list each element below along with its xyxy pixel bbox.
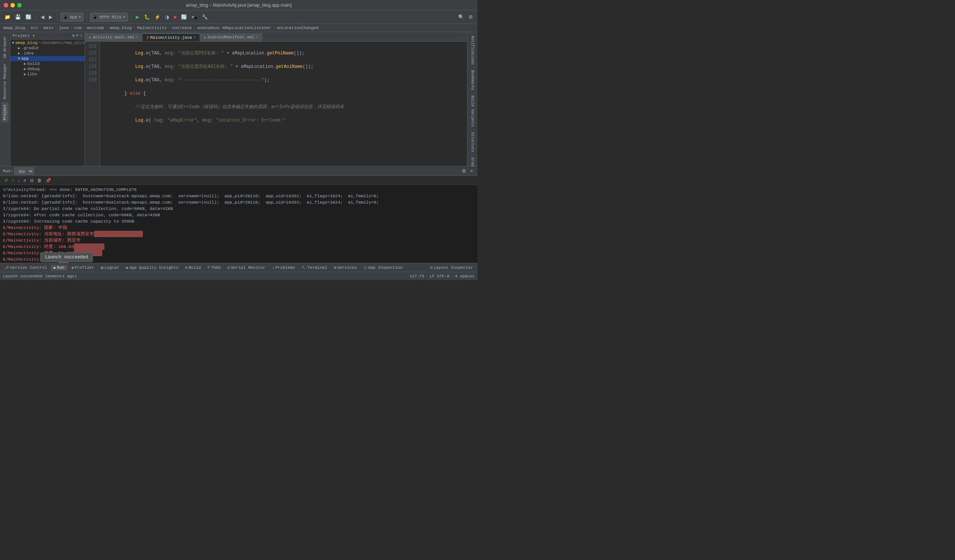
profile-btn[interactable]: ◑ [163, 13, 171, 20]
breadcrumb-weicomp[interactable]: weicomp [87, 26, 104, 30]
bookmarks-tab[interactable]: Bookmarks [469, 68, 476, 92]
breadcrumb-onloc[interactable]: onLocationChanged [277, 26, 319, 30]
breadcrumb-main[interactable]: main [43, 26, 53, 30]
sync2-btn[interactable]: 🔄 [179, 13, 188, 20]
tree-settings[interactable]: ⚙ [72, 33, 75, 38]
problems-icon: ⚠ [272, 265, 274, 270]
tab-app-inspection[interactable]: ⬡ App Inspection [361, 265, 405, 271]
breadcrumb-src[interactable]: src [31, 26, 38, 30]
breadcrumb-anon[interactable]: anonymous AMapLocationListener [197, 26, 271, 30]
tab-build[interactable]: ⚙ Build [182, 265, 204, 271]
filter-btn[interactable]: ⊟ [29, 178, 35, 183]
breadcrumb-com[interactable]: com [74, 26, 81, 30]
tab-services[interactable]: ⊞ Services [331, 265, 360, 271]
quality-icon: ◆ [126, 265, 128, 270]
close-tab-manifest[interactable]: × [256, 36, 258, 39]
project-label: Project ▾ [13, 33, 35, 38]
tab-activity-main[interactable]: ✦ activity_main.xml × [85, 33, 142, 41]
back-btn[interactable]: ◀ [39, 13, 46, 20]
folder-icon: ▶ [12, 67, 26, 71]
right-sidebar: Notifications Bookmarks Build Variants S… [467, 32, 478, 166]
tree-debug[interactable]: ▶ debug [11, 66, 85, 72]
clear-btn[interactable]: 🗑 [36, 178, 43, 183]
tree-idea[interactable]: ▶ .idea [11, 51, 85, 56]
folder-icon: ▶ [12, 61, 26, 66]
tab-version-control[interactable]: ⎇ Version Control [2, 265, 50, 271]
title-bar: amap_blog – MainActivity.java [amap_blog… [0, 0, 478, 11]
run-app-dropdown[interactable]: app [14, 167, 34, 175]
breadcrumb-blog[interactable]: amap_blog [110, 26, 132, 30]
project-tab[interactable]: Project [2, 102, 9, 122]
log-output[interactable]: V/ActivityThread: <<< done: ENTER_ANIMAT… [0, 185, 478, 263]
editor-menu[interactable]: ⋮ [460, 36, 464, 41]
pin-btn[interactable]: 📌 [44, 178, 52, 183]
tree-app[interactable]: ▼ app [11, 56, 85, 61]
build-label: build [27, 61, 39, 66]
close-button[interactable] [4, 3, 8, 8]
wrap-btn[interactable]: ≡ [22, 178, 27, 183]
search-btn[interactable]: 🔍 [457, 13, 465, 20]
breadcrumb-oncreate[interactable]: onCreate [172, 26, 192, 30]
code-content[interactable]: Log.e(TAG, msg: "当前位置POI名称: " + aMapLoca… [100, 42, 467, 166]
serial-icon: ⊡ [227, 265, 230, 270]
tab-app-quality[interactable]: ◆ App Quality Insights [123, 265, 181, 271]
minimize-button[interactable] [11, 3, 15, 8]
close-tab-xml[interactable]: × [136, 36, 138, 39]
tab-mainactivity[interactable]: J MainActivity.java × [142, 33, 200, 41]
debug-btn[interactable]: 🐛 [142, 13, 152, 20]
tree-build[interactable]: ▶ build [11, 61, 85, 66]
forward-btn[interactable]: ▶ [47, 13, 54, 20]
notifications-tab[interactable]: Notifications [469, 34, 476, 67]
save-btn[interactable]: 💾 [13, 13, 22, 20]
structure-tab[interactable]: Structure [469, 130, 476, 154]
build-variants-tab[interactable]: Build Variants [469, 93, 476, 129]
app-dropdown[interactable]: 📱 app ▾ [60, 12, 83, 22]
tab-todo[interactable]: ≡ TODO [204, 265, 224, 271]
open-folder-btn[interactable]: 📁 [3, 13, 12, 20]
resource-manager-tab[interactable]: Resource Manager [2, 61, 9, 101]
maximize-button[interactable] [17, 3, 22, 8]
app-icon: 📱 [63, 14, 68, 19]
device-arrow: ▾ [123, 14, 126, 19]
bottom-panel: Run: app ⚙ × ↺ ↑ ↓ ≡ ⊟ 🗑 📌 V/ActivityThr… [0, 166, 478, 263]
breadcrumb-activity[interactable]: MainActivity [137, 26, 167, 30]
breadcrumb-java[interactable]: java [59, 26, 68, 30]
tab-run[interactable]: ▶ Run [51, 265, 67, 271]
tree-header: Project ▾ ⚙ ≡ ↕ [11, 32, 85, 39]
scroll-down-btn[interactable]: ↓ [16, 178, 21, 183]
attach-btn[interactable]: ⚡ [153, 13, 162, 20]
settings-btn[interactable]: ⚙ [467, 13, 474, 20]
tab-layout-inspector[interactable]: ⊟ Layout Inspector [427, 265, 476, 271]
tree-gradle[interactable]: ▶ .gradle [11, 45, 85, 51]
settings-run-btn[interactable]: ⚙ [460, 167, 468, 175]
scroll-up-btn[interactable]: ↑ [11, 178, 15, 183]
tab-logcat[interactable]: ▤ Logcat [98, 265, 122, 271]
tab-problems[interactable]: ⚠ Problems [269, 265, 298, 271]
close-panel-btn[interactable]: × [468, 167, 474, 175]
avd-btn[interactable]: 📲 [190, 13, 199, 20]
tab-serial[interactable]: ⊡ Serial Monitor [225, 265, 268, 271]
tree-sort[interactable]: ↕ [80, 33, 83, 38]
stop-btn[interactable]: ■ [172, 13, 178, 20]
run-btn[interactable]: ▶ [134, 13, 141, 20]
sync-btn[interactable]: 🔄 [24, 13, 33, 20]
tree-libs[interactable]: ▶ libs [11, 72, 85, 77]
left-sidebar: DB Browser Resource Manager Project [0, 32, 11, 166]
tab-profiler[interactable]: ◑ Profiler [68, 265, 97, 271]
db-browser-tab[interactable]: DB Browser [2, 34, 9, 61]
close-tab-java[interactable]: × [194, 36, 196, 39]
tree-collapse[interactable]: ≡ [76, 33, 79, 38]
tab-terminal[interactable]: >_ Terminal [299, 265, 330, 271]
device-icon: 📱 [92, 14, 98, 19]
sep1 [36, 13, 36, 21]
status-bar: Launch succeeded (moments ago) 127:73 | … [0, 272, 478, 280]
code-line-126: Log.e(TAG, msg: "当前位置所处AOI名称: " + aMapLo… [103, 63, 464, 70]
sdk-btn[interactable]: 🔧 [200, 13, 209, 20]
tree-root[interactable]: ▼ amap_blog ~/Documents/Map_All/amap_blo… [11, 40, 85, 45]
tab-manifest[interactable]: ✦ AndroidManifest.xml × [200, 33, 262, 41]
breadcrumb-amap[interactable]: amap_blog [3, 26, 25, 30]
restart-btn[interactable]: ↺ [3, 178, 9, 183]
editor-area: ✦ activity_main.xml × J MainActivity.jav… [85, 32, 467, 166]
device-dropdown[interactable]: 📱 OPPO R11s ▾ [90, 12, 128, 22]
bottom-toolbar: ⎇ Version Control ▶ Run ◑ Profiler ▤ Log… [0, 263, 478, 272]
